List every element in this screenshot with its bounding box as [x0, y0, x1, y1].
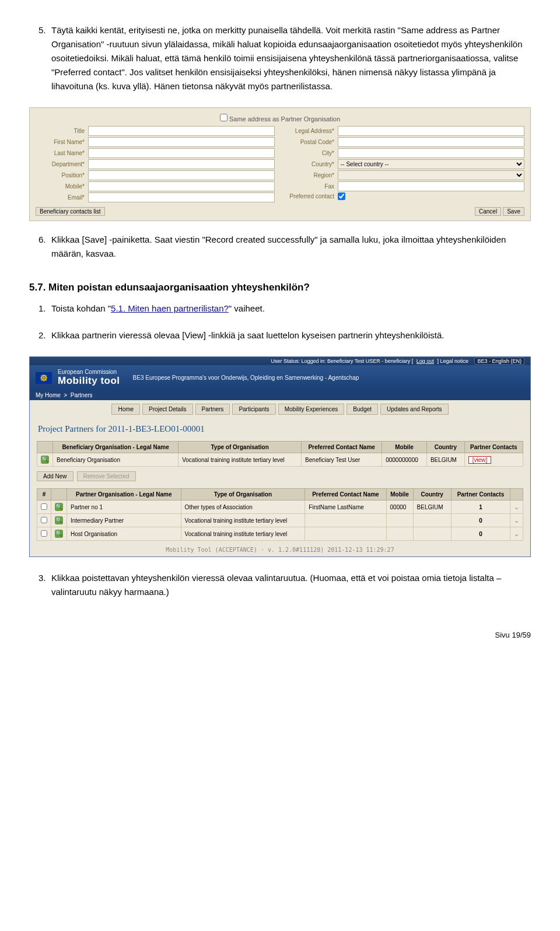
- label-fax: Fax: [285, 183, 338, 190]
- input-postal[interactable]: [338, 137, 524, 147]
- magnifier-icon[interactable]: 🔍: [55, 530, 63, 538]
- s57-step-2: 2. Klikkaa partnerin vieressä olevaa [Vi…: [38, 328, 531, 351]
- row-checkbox[interactable]: [41, 517, 47, 523]
- view-link[interactable]: [view]: [468, 456, 492, 464]
- banner-title: Mobility tool: [58, 375, 120, 387]
- select-country[interactable]: -- Select country --: [338, 159, 524, 169]
- input-title[interactable]: [88, 126, 275, 136]
- language-selector[interactable]: BE3 - English (EN): [474, 358, 524, 365]
- same-address-checkbox[interactable]: [220, 114, 228, 121]
- step-3-text: Klikkaa poistettavan yhteyshenkilön vier…: [51, 571, 531, 599]
- step-6-number: 6.: [38, 233, 51, 269]
- tab-participants[interactable]: Participants: [232, 404, 275, 415]
- chevron-down-icon[interactable]: ⌄: [514, 517, 519, 524]
- same-address-label: Same address as Partner Organisation: [229, 116, 340, 123]
- tab-partners[interactable]: Partners: [195, 404, 230, 415]
- input-email[interactable]: [88, 192, 275, 202]
- step-5-text: Täytä kaikki kentät, erityisesti ne, jot…: [51, 23, 531, 93]
- crumb-partners[interactable]: Partners: [71, 392, 93, 398]
- project-title: Project Partners for 2011-1-BE3-LEO01-00…: [30, 418, 530, 439]
- select-region[interactable]: [338, 170, 524, 180]
- input-lastname[interactable]: [88, 148, 275, 158]
- input-city[interactable]: [338, 148, 524, 158]
- heading-5-7: 5.7. Miten poistan edunsaajaorganisaatio…: [29, 282, 531, 293]
- s57-step-1-number: 1.: [38, 302, 51, 324]
- mobility-tool-frame: User Status: Logged in: Beneficiary Test…: [29, 356, 531, 557]
- label-legal: Legal Address*: [285, 128, 338, 134]
- add-new-button[interactable]: Add New: [37, 471, 74, 481]
- beneficiary-table: Beneficiary Organisation - Legal Name Ty…: [37, 441, 523, 467]
- input-legal[interactable]: [338, 126, 524, 136]
- s57-step-2-number: 2.: [38, 328, 51, 351]
- label-email: Email*: [36, 194, 88, 201]
- s57-step-2-text: Klikkaa partnerin vieressä olevaa [View]…: [51, 328, 531, 342]
- form-left-column: Title First Name* Last Name* Department*…: [36, 126, 275, 204]
- row-checkbox[interactable]: [41, 503, 47, 510]
- chevron-down-icon[interactable]: ⌄: [514, 530, 519, 537]
- label-title: Title: [36, 128, 88, 134]
- logout-link[interactable]: Log out: [416, 358, 434, 364]
- link-5-1[interactable]: 5.1. Miten haen partnerilistan?: [111, 303, 229, 313]
- table-row: 🔍 Partner no 1 Other types of Associatio…: [37, 501, 523, 514]
- banner-sub: BE3 Europese Programma's voor Onderwijs,…: [133, 374, 359, 381]
- magnifier-icon[interactable]: 🔍: [41, 456, 49, 464]
- magnifier-icon[interactable]: 🔍: [55, 516, 63, 524]
- input-position[interactable]: [88, 170, 275, 180]
- input-firstname[interactable]: [88, 137, 275, 147]
- input-fax[interactable]: [338, 181, 524, 191]
- magnifier-icon[interactable]: 🔍: [55, 503, 63, 511]
- label-preferred: Preferred contact: [285, 193, 338, 200]
- label-lastname: Last Name*: [36, 150, 88, 156]
- same-address-row: Same address as Partner Organisation: [36, 111, 524, 126]
- step-6: 6. Klikkaa [Save] -painiketta. Saat vies…: [38, 233, 531, 269]
- save-button[interactable]: Save: [503, 207, 524, 216]
- step-3-number: 3.: [38, 571, 51, 607]
- user-status-bar: User Status: Logged in: Beneficiary Test…: [30, 357, 530, 365]
- partners-table: # Partner Organisation - Legal Name Type…: [37, 488, 523, 541]
- tab-bar: Home Project Details Partners Participan…: [30, 400, 530, 418]
- label-country: Country*: [285, 161, 338, 167]
- form-right-column: Legal Address* Postal Code* City* Countr…: [285, 126, 524, 204]
- preferred-contact-checkbox[interactable]: [338, 192, 345, 200]
- step-3-delete: 3. Klikkaa poistettavan yhteyshenkilön v…: [38, 571, 531, 607]
- step-5-number: 5.: [38, 23, 51, 102]
- tab-project-details[interactable]: Project Details: [142, 404, 192, 415]
- input-department[interactable]: [88, 159, 275, 169]
- beneficiary-contacts-list-button[interactable]: Beneficiary contacts list: [36, 207, 105, 216]
- cancel-button[interactable]: Cancel: [475, 207, 501, 216]
- table-row: 🔍 Intermediary Partner Vocational traini…: [37, 514, 523, 527]
- label-department: Department*: [36, 161, 88, 167]
- label-city: City*: [285, 150, 338, 156]
- app-banner: European Commission Mobility tool BE3 Eu…: [30, 365, 530, 390]
- crumb-home[interactable]: My Home: [36, 392, 61, 398]
- tab-updates-reports[interactable]: Updates and Reports: [380, 404, 449, 415]
- chevron-down-icon[interactable]: ⌄: [514, 503, 519, 510]
- s57-step-1-text: Toista kohdan "5.1. Miten haen partneril…: [51, 302, 531, 316]
- step-6-text: Klikkaa [Save] -painiketta. Saat viestin…: [51, 233, 531, 261]
- breadcrumb: My Home > Partners: [30, 390, 530, 400]
- s57-step-1: 1. Toista kohdan "5.1. Miten haen partne…: [38, 302, 531, 324]
- step-5: 5. Täytä kaikki kentät, erityisesti ne, …: [38, 23, 531, 102]
- input-mobile[interactable]: [88, 181, 275, 191]
- label-mobile: Mobile*: [36, 183, 88, 190]
- eu-flag-icon: [36, 372, 52, 384]
- label-position: Position*: [36, 172, 88, 178]
- banner-ec: European Commission: [58, 369, 120, 375]
- remove-selected-button[interactable]: Remove Selected: [77, 471, 136, 481]
- table-row: 🔍 Host Organisation Vocational training …: [37, 527, 523, 541]
- contact-form-panel: Same address as Partner Organisation Tit…: [29, 107, 531, 221]
- tab-budget[interactable]: Budget: [346, 404, 378, 415]
- label-region: Region*: [285, 172, 338, 178]
- table-row: 🔍 Beneficiary Organisation Vocational tr…: [37, 453, 523, 467]
- tab-mobility-experiences[interactable]: Mobility Experiences: [278, 404, 345, 415]
- page-number: Sivu 19/59: [29, 631, 531, 639]
- app-footer: Mobility Tool (ACCEPTANCE) · v. 1.2.0#11…: [30, 543, 530, 556]
- tab-home[interactable]: Home: [111, 404, 140, 415]
- row-checkbox[interactable]: [41, 530, 47, 537]
- label-postal: Postal Code*: [285, 139, 338, 145]
- label-firstname: First Name*: [36, 139, 88, 145]
